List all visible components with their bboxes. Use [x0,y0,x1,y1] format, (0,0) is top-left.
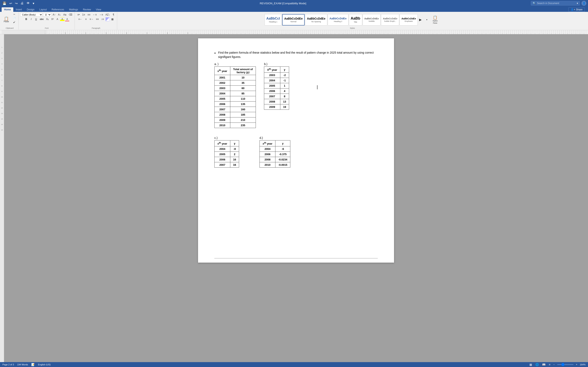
paste-button[interactable]: 📋 Paste [2,13,11,27]
styles-scroll-right[interactable]: ▶ [418,17,423,22]
sort-button[interactable]: AZ↓ [104,13,111,17]
zoom-in-icon[interactable]: + [576,363,577,366]
table-cell: 2005 [264,83,280,89]
table-cell: 110 [230,96,256,101]
numbering-button[interactable]: 1≡ [81,13,86,17]
font-shrink-button[interactable]: A↓ [57,13,62,17]
shading-button[interactable] [105,17,110,21]
print-icon[interactable]: 🖨 [20,1,25,6]
table-cell: 2001 [215,75,230,80]
italic-button[interactable]: I [29,17,34,21]
print-preview-icon[interactable]: 👁 [26,1,31,6]
styles-pane-button[interactable]: 📋 StylesPane [430,14,440,25]
change-case-button[interactable]: Aa [62,13,67,17]
table-cell: 2006 [264,89,280,94]
style-normal[interactable]: AaBbCcDdEe Normal [282,14,305,25]
table-row: 2009210 [215,117,256,123]
tab-review[interactable]: Review [80,7,93,12]
ribbon-tabs: Home Insert Design Layout References Mai… [0,7,588,12]
zoom-slider[interactable] [557,364,573,365]
tab-design[interactable]: Design [24,7,37,12]
table-row: 2004-8 [215,146,239,152]
search-box[interactable]: 🔍 ▾ [531,1,580,6]
tab-view[interactable]: View [94,7,104,12]
style-subtle-emphasis[interactable]: AaBbCcDdEe Subtle Emph... [381,14,399,25]
table-row: 2010235 [215,123,256,128]
align-center-button[interactable]: ≡ [84,17,88,21]
status-bar: Page 2 of 3 194 Words 📝 English (US) ▦ 🌐… [0,362,588,367]
styles-expand-button[interactable]: ▾ [424,18,430,21]
show-hide-button[interactable]: ¶ [111,13,116,17]
share-button[interactable]: 👤+ Share [568,7,585,12]
cut-button[interactable]: ✂ [11,13,17,16]
user-avatar[interactable]: 👤 [581,1,586,6]
table-cell: 85 [230,91,256,96]
bullet-character: • [214,50,216,59]
search-dropdown-icon[interactable]: ▾ [577,2,578,5]
table-b-body: 2003-22004-1200512006420078200813200919 [264,73,289,110]
redo-icon[interactable]: ↪ [14,1,18,6]
underline-button[interactable]: U [34,17,38,21]
table-row: 200235 [215,80,256,86]
font-grow-button[interactable]: A↑ [52,13,57,17]
style-emphasis[interactable]: AaBbCcDdEe Emphasis [399,14,418,25]
customize-icon[interactable]: ▾ [32,1,35,6]
tab-mailings[interactable]: Mailings [67,7,80,12]
align-left-button[interactable]: ≡← [77,17,83,21]
increase-indent-button[interactable]: →≡ [98,13,104,17]
strikethrough-button[interactable]: abc [39,17,45,21]
format-painter-button[interactable]: 🖌 [11,20,17,24]
align-right-button[interactable]: ≡→ [89,17,95,21]
table-a: xth year Total amount offactory (y) 2001… [214,67,256,128]
borders-button[interactable]: ▦ [110,17,115,21]
style-no-spacing[interactable]: AaBbCcDdEe No Spacing [305,14,327,25]
style-subtitle[interactable]: AaBbCcDdEe Subtitle [363,14,381,25]
justify-button[interactable]: ≡≡ [95,17,100,21]
zoom-out-icon[interactable]: − [553,363,555,366]
title-right: 🔍 ▾ 👤 [531,1,586,6]
line-spacing-button[interactable]: ↕≡ [100,17,105,21]
styles-gallery: AaBbCcI Heading 1 AaBbCcDdEe Normal AaBb… [265,14,423,25]
decrease-indent-button[interactable]: ←≡ [92,13,98,17]
table-cell: 4 [280,89,289,94]
table-cell: 2 [230,152,239,157]
text-effects-button[interactable]: A [55,17,60,21]
undo-icon[interactable]: ↩ [9,1,13,6]
style-heading1[interactable]: AaBbCcI Heading 1 [265,14,282,25]
read-mode-btn[interactable]: 📖 [542,363,546,367]
tab-insert[interactable]: Insert [13,7,24,12]
table-b-header-2: y [280,67,289,73]
bullets-button[interactable]: ≡• [76,13,81,17]
document-scroll-area[interactable]: • Find the pattern formula of these stat… [4,34,588,362]
web-layout-btn[interactable]: 🌐 [535,363,539,367]
proofing-icon[interactable]: 📝 [31,363,35,366]
subscript-button[interactable]: X₂ [45,17,50,21]
tab-home[interactable]: Home [2,7,13,12]
search-input[interactable] [537,2,576,5]
superscript-button[interactable]: X² [50,17,55,21]
save-icon[interactable]: 💾 [2,1,7,6]
paragraph-group: ≡• 1≡ ≡≡ ←≡ →≡ AZ↓ ¶ ≡← ≡ ≡→ ≡≡ ↕≡ ▦ Par… [75,12,117,30]
bold-button[interactable]: B [24,17,29,21]
highlight-button[interactable]: A [60,17,65,21]
table-cell: 2006 [215,157,230,162]
tab-references[interactable]: References [49,7,67,12]
language[interactable]: English (US) [38,363,51,366]
font-color-button[interactable]: A [65,17,69,21]
table-cell: -0.0234 [276,157,290,162]
font-family-select[interactable]: Calibri (Body) [20,13,43,17]
copy-button[interactable]: 📄 [11,17,17,20]
multilevel-button[interactable]: ≡≡ [86,13,91,17]
table-cell: 10 [230,75,256,80]
style-title[interactable]: AaBb Title [349,14,362,25]
document-title: REVISION_EXAM [Compatibility Mode] [37,2,529,5]
table-c-label: c.) [214,136,239,140]
tab-layout[interactable]: Layout [37,7,49,12]
clear-format-button[interactable]: ⌫ [68,13,73,17]
print-layout-btn[interactable]: ▦ [529,363,532,367]
style-heading2[interactable]: AaBbCcDdEe Heading 2 [328,14,348,25]
font-size-select[interactable]: 10 [43,13,51,17]
bullet-text[interactable]: Find the pattern formula of these statis… [218,50,378,59]
search-icon: 🔍 [533,2,536,5]
outline-btn[interactable]: ≡ [548,363,551,367]
